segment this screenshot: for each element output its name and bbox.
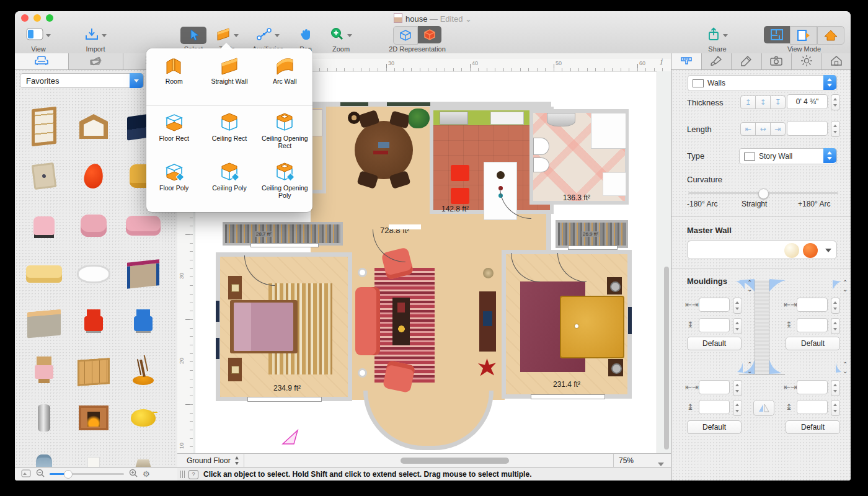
desk[interactable] <box>479 291 496 352</box>
library-item-gray-bed[interactable] <box>20 301 68 346</box>
stepper[interactable] <box>733 400 742 416</box>
tab-building[interactable] <box>822 53 851 69</box>
library-filter-select[interactable]: Favorites <box>20 73 144 88</box>
tab-dimensions[interactable] <box>671 53 702 69</box>
length-field[interactable] <box>787 121 828 136</box>
base-profile-left[interactable] <box>737 363 746 373</box>
library-item-yellow-sofa[interactable] <box>20 252 68 296</box>
crown-width-field-right[interactable] <box>797 298 828 312</box>
base-width-field-right[interactable] <box>797 380 828 394</box>
room-bedroom-left[interactable]: 234.9 ft² <box>216 252 352 401</box>
crown-stepper-right[interactable]: ⌃⌄ <box>843 279 848 293</box>
crown-profile-right[interactable] <box>831 280 841 290</box>
sofa-large[interactable] <box>355 287 380 355</box>
representation-2d-icon[interactable] <box>418 26 441 43</box>
zoom-out-icon[interactable] <box>36 469 45 480</box>
stepper[interactable] <box>831 298 840 314</box>
stepper[interactable] <box>831 318 840 334</box>
armchair[interactable] <box>383 360 415 393</box>
library-item-silver-urn[interactable] <box>20 396 68 440</box>
category-select[interactable]: Walls <box>688 75 837 91</box>
tool-room[interactable]: Room <box>148 56 201 85</box>
help-icon[interactable]: ? <box>188 470 198 479</box>
tab-camera[interactable] <box>762 53 792 69</box>
length-stepper[interactable] <box>831 121 840 137</box>
view-mode-switch[interactable]: View Mode <box>762 26 846 53</box>
tool-ceiling-opening-rect[interactable]: Ceiling Opening Rect <box>258 113 311 149</box>
library-item-pink-chair[interactable] <box>20 203 68 248</box>
zoom-level[interactable]: 75% <box>619 456 634 465</box>
coffee-table[interactable] <box>392 298 410 345</box>
library-item-egg-chair[interactable] <box>69 154 118 198</box>
slider-thumb[interactable] <box>758 188 769 199</box>
representation-3d-icon[interactable] <box>393 26 418 45</box>
tool-floor-poly[interactable]: Floor Poly <box>148 162 201 199</box>
base-profile-right[interactable] <box>833 363 841 373</box>
preview-image-icon[interactable] <box>21 469 31 480</box>
closet-right[interactable]: 26.9 ft² <box>556 220 628 248</box>
library-item-blue-bed[interactable] <box>119 252 167 296</box>
library-item-fireplace[interactable] <box>69 396 118 440</box>
crown-height-field-left[interactable] <box>699 318 730 332</box>
crown-height-field-right[interactable] <box>797 318 828 332</box>
library-item-bonsai-tree[interactable] <box>119 350 167 394</box>
share-button[interactable]: Share <box>700 26 735 53</box>
stepper[interactable] <box>733 298 742 314</box>
info-icon[interactable]: i <box>660 57 668 67</box>
room-bathroom[interactable]: 136.3 ft² <box>529 109 629 205</box>
library-item-red-chair[interactable] <box>69 301 118 346</box>
tool-arc-wall[interactable]: Arc Wall <box>258 56 311 85</box>
default-button[interactable]: Default <box>786 420 840 434</box>
master-wall-select[interactable] <box>687 241 837 259</box>
mirror-button[interactable] <box>753 400 774 416</box>
crown-width-field-left[interactable] <box>699 298 730 312</box>
crown-stepper-left[interactable]: ⌃⌄ <box>747 279 752 293</box>
library-item-bedside-lamp[interactable] <box>119 443 167 467</box>
thumbnail-size-slider[interactable] <box>50 473 124 475</box>
tab-edit[interactable] <box>732 53 762 69</box>
vertical-scrollbar[interactable] <box>664 267 669 450</box>
library-item-wooden-chair[interactable] <box>20 350 68 394</box>
view-mode-3d-icon[interactable] <box>817 26 844 45</box>
floor-selector-stepper[interactable] <box>234 456 239 467</box>
base-stepper-left[interactable]: ⌃⌄ <box>747 361 752 374</box>
library-item-bathtub[interactable] <box>69 252 118 296</box>
crown-profile-left[interactable] <box>736 280 746 290</box>
base-height-field-left[interactable] <box>699 400 730 414</box>
library-item-glazed-door[interactable] <box>20 104 68 149</box>
stepper[interactable] <box>733 318 742 334</box>
default-button[interactable]: Default <box>786 337 840 350</box>
base-stepper-right[interactable]: ⌃⌄ <box>843 361 848 374</box>
tool-ceiling-rect[interactable]: Ceiling Rect <box>203 113 256 149</box>
tab-furniture[interactable] <box>15 53 69 69</box>
default-button[interactable]: Default <box>687 337 742 350</box>
type-select[interactable]: Story Wall <box>739 148 837 164</box>
thickness-stepper[interactable] <box>831 94 840 110</box>
closet-left[interactable]: 28.7 ft² <box>223 222 343 246</box>
length-segment[interactable]: ⇤↔⇥ <box>740 122 786 136</box>
tool-straight-wall[interactable]: Straight Wall <box>203 56 256 85</box>
library-item-pink-armchair[interactable] <box>69 203 118 248</box>
tool-floor-rect[interactable]: Floor Rect <box>148 113 201 149</box>
import-button[interactable]: Import <box>77 26 114 53</box>
stepper[interactable] <box>831 400 840 416</box>
tool-ceiling-poly[interactable]: Ceiling Poly <box>203 162 256 199</box>
stepper[interactable] <box>831 380 840 396</box>
base-width-field-left[interactable] <box>699 380 730 394</box>
library-item-shelving-unit[interactable] <box>69 350 118 394</box>
stepper[interactable] <box>733 380 742 396</box>
view-mode-elevation-icon[interactable] <box>790 26 817 45</box>
tab-materials-inspector[interactable] <box>702 53 732 69</box>
floor-selector[interactable]: Ground Floor <box>187 456 231 465</box>
library-item-blue-chair[interactable] <box>119 301 167 346</box>
drag-grip[interactable] <box>180 471 185 478</box>
curvature-slider[interactable] <box>688 192 838 194</box>
library-item-wall-clock[interactable] <box>20 154 68 198</box>
representation-switch[interactable]: 2D Representation <box>385 26 450 53</box>
horizontal-scrollbar[interactable] <box>401 458 509 464</box>
gear-icon[interactable]: ⚙ <box>143 469 150 479</box>
zoom-tool-button[interactable]: Zoom <box>325 26 357 53</box>
library-item-blue-jar[interactable] <box>20 443 68 467</box>
tab-light[interactable] <box>792 53 822 69</box>
tab-materials[interactable] <box>69 53 123 69</box>
